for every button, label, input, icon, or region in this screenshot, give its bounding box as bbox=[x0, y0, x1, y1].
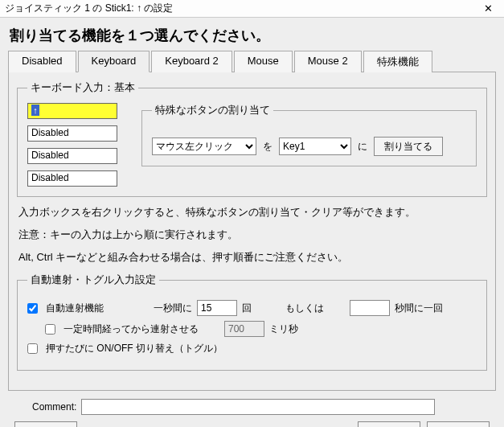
note-modifiers: Alt, Ctrl キーなどと組み合わせる場合は、押す順番にご注意ください。 bbox=[18, 250, 486, 265]
key-input-4[interactable]: Disabled bbox=[27, 170, 117, 187]
or-label: もしくは bbox=[285, 302, 324, 315]
tab-panel-keyboard: キーボード入力：基本 ↑ Disabled Disabled Disabled … bbox=[8, 72, 496, 391]
special-assign-group: 特殊なボタンの割り当て マウス左クリック を Key1 に 割り当てる bbox=[141, 103, 477, 166]
persec-pre: 一秒間に bbox=[154, 302, 192, 315]
up-arrow-icon: ↑ bbox=[31, 105, 39, 116]
note-order: 注意：キーの入力は上から順に実行されます。 bbox=[18, 228, 486, 242]
tab-special[interactable]: 特殊機能 bbox=[363, 51, 432, 72]
delay-checkbox[interactable] bbox=[45, 324, 55, 335]
special-click-select[interactable]: マウス左クリック bbox=[152, 138, 256, 155]
toggle-label: 押すたびに ON/OFF 切り替え（トグル） bbox=[46, 342, 223, 355]
persec-input[interactable] bbox=[197, 300, 237, 316]
tab-mouse[interactable]: Mouse bbox=[234, 51, 293, 72]
special-key-select[interactable]: Key1 bbox=[279, 138, 351, 155]
tab-mouse2[interactable]: Mouse 2 bbox=[294, 51, 362, 72]
key-input-1[interactable]: ↑ bbox=[27, 103, 117, 119]
note-rightclick: 入力ボックスを右クリックすると、特殊なボタンの割り当て・クリア等ができます。 bbox=[18, 205, 486, 220]
persec-post: 回 bbox=[242, 302, 252, 315]
comment-input[interactable] bbox=[81, 399, 435, 415]
ok-button[interactable]: OK bbox=[358, 421, 420, 427]
keyboard-basic-legend: キーボード入力：基本 bbox=[27, 80, 138, 95]
keyboard-basic-group: キーボード入力：基本 ↑ Disabled Disabled Disabled … bbox=[17, 80, 487, 197]
label-ni: に bbox=[358, 140, 367, 154]
sec-per-input[interactable] bbox=[350, 300, 390, 316]
key-input-3[interactable]: Disabled bbox=[27, 148, 117, 164]
assign-button[interactable]: 割り当てる bbox=[374, 137, 443, 156]
comment-label: Comment: bbox=[32, 401, 76, 413]
autofire-group: 自動連射・トグル入力設定 自動連射機能 一秒間に 回 もしくは 秒間に一回 一定… bbox=[17, 273, 487, 371]
tab-disabled[interactable]: Disabled bbox=[8, 51, 76, 72]
special-assign-legend: 特殊なボタンの割り当て bbox=[152, 103, 273, 117]
instruction-text: 割り当てる機能を１つ選んでください。 bbox=[10, 26, 496, 45]
key-input-2[interactable]: Disabled bbox=[27, 125, 117, 142]
sec-per-label: 秒間に一回 bbox=[395, 302, 443, 315]
delay-label: 一定時間経ってから連射させる bbox=[64, 322, 199, 336]
tab-keyboard2[interactable]: Keyboard 2 bbox=[151, 51, 232, 72]
tab-bar: Disabled Keyboard Keyboard 2 Mouse Mouse… bbox=[8, 50, 496, 72]
autofire-label: 自動連射機能 bbox=[46, 302, 104, 315]
delay-input[interactable] bbox=[224, 321, 264, 337]
delay-unit: ミリ秒 bbox=[269, 322, 298, 336]
cancel-button[interactable]: Cancel bbox=[427, 421, 490, 427]
window-title: ジョイスティック 1 の Stick1: ↑ の設定 bbox=[5, 2, 173, 15]
toggle-checkbox[interactable] bbox=[27, 343, 38, 354]
autofire-legend: 自動連射・トグル入力設定 bbox=[27, 273, 159, 287]
close-icon[interactable]: ✕ bbox=[477, 2, 499, 16]
titlebar: ジョイスティック 1 の Stick1: ↑ の設定 ✕ bbox=[0, 0, 504, 18]
notes-block: 入力ボックスを右クリックすると、特殊なボタンの割り当て・クリア等ができます。 注… bbox=[17, 205, 487, 265]
autofire-checkbox[interactable] bbox=[27, 303, 38, 314]
clear-button[interactable]: Clear bbox=[14, 421, 77, 427]
tab-keyboard[interactable]: Keyboard bbox=[78, 51, 150, 72]
label-wo: を bbox=[263, 140, 272, 154]
